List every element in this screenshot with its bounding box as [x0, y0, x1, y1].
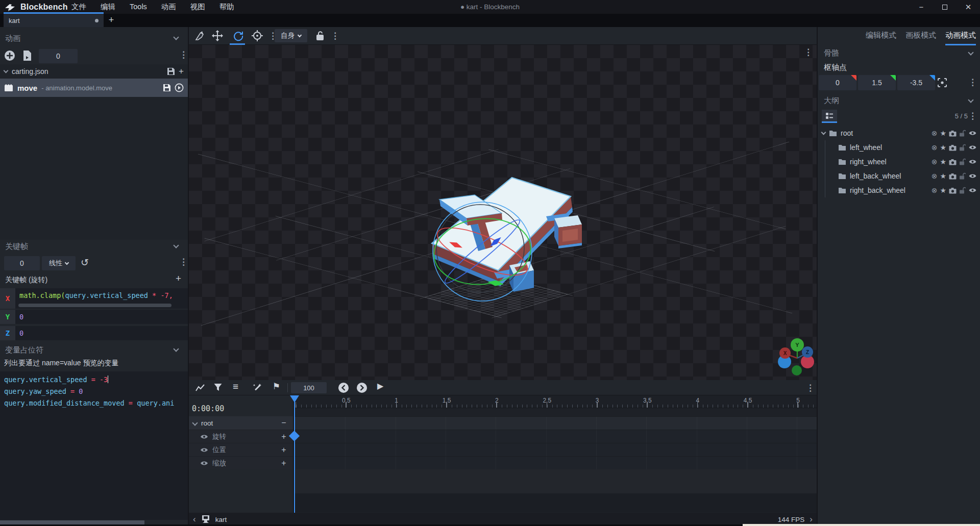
menu-动画[interactable]: 动画: [154, 0, 183, 14]
flag-markers-icon[interactable]: ⚑: [273, 381, 280, 392]
play-button[interactable]: ▶: [377, 381, 383, 391]
star-icon[interactable]: ★: [940, 172, 946, 180]
lane-position[interactable]: [295, 443, 817, 456]
animation-file-group[interactable]: carting.json +: [0, 64, 188, 79]
pivot-tool-button[interactable]: [251, 30, 263, 42]
outline-row-left_back_wheel[interactable]: left_back_wheel⊗★: [818, 169, 980, 183]
channel-toggle-button[interactable]: +: [280, 459, 288, 468]
minimize-button[interactable]: −: [910, 0, 933, 14]
collapse-outline-icon[interactable]: [968, 97, 973, 103]
timeline-lanes[interactable]: 0.511.522.533.544.55: [295, 395, 817, 513]
pivot-z-input[interactable]: -3.5: [897, 75, 935, 90]
menu-文件[interactable]: 文件: [64, 0, 93, 14]
filter-channels-icon[interactable]: [213, 383, 223, 392]
vertex-snap-tool-button[interactable]: [194, 30, 206, 42]
timeline-channel-旋转[interactable]: 旋转+: [189, 430, 293, 443]
transform-space-select[interactable]: 自身: [275, 29, 307, 42]
lane-rotation[interactable]: [295, 430, 817, 443]
keyframe-y-input[interactable]: 0: [15, 310, 188, 324]
play-animation-icon[interactable]: [175, 83, 184, 92]
playhead[interactable]: [294, 395, 295, 513]
pivot-x-input[interactable]: 0: [819, 75, 856, 90]
channel-visibility-icon[interactable]: [200, 434, 208, 440]
mode-tab-动画模式[interactable]: 动画模式: [945, 31, 976, 45]
keyframe-time-input[interactable]: 0: [4, 256, 40, 270]
lock-icon[interactable]: [959, 187, 966, 194]
menu-帮助[interactable]: 帮助: [212, 0, 241, 14]
outline-view-toggle[interactable]: [822, 110, 837, 123]
remove-icon[interactable]: ⊗: [932, 186, 938, 194]
star-icon[interactable]: ★: [940, 158, 946, 166]
tab-kart[interactable]: kart: [4, 14, 104, 27]
lock-motion-trail-button[interactable]: [315, 31, 325, 41]
eye-icon[interactable]: [968, 144, 977, 151]
eye-icon[interactable]: [968, 187, 977, 193]
playback-speed-input[interactable]: 100: [291, 382, 327, 393]
jump-to-end-button[interactable]: [356, 382, 368, 393]
playhead-handle[interactable]: [290, 395, 299, 403]
remove-icon[interactable]: ⊗: [932, 143, 938, 152]
timeline-menu-button[interactable]: ⋮: [806, 384, 815, 392]
pivot-y-input[interactable]: 1.5: [858, 75, 896, 90]
viewport-3d[interactable]: Y X Z ⋮: [189, 45, 817, 380]
maximize-button[interactable]: [933, 0, 957, 14]
camera-icon[interactable]: [949, 144, 957, 151]
camera-icon[interactable]: [949, 159, 957, 165]
placeholders-editor[interactable]: query.vertical_speed = -3 query.yaw_spee…: [0, 371, 188, 520]
camera-icon[interactable]: [949, 173, 957, 180]
outline-row-right_wheel[interactable]: right_wheel⊗★: [818, 155, 980, 169]
eye-icon[interactable]: [968, 173, 977, 179]
viewport-menu-button[interactable]: ⋮: [804, 48, 813, 57]
menu-Tools[interactable]: Tools: [122, 0, 154, 14]
add-animation-to-file-button[interactable]: +: [179, 66, 184, 77]
animations-menu-button[interactable]: ⋮: [179, 51, 188, 59]
lane-root[interactable]: [295, 416, 817, 430]
lane-scale[interactable]: [295, 456, 817, 469]
move-tool-button[interactable]: [211, 30, 224, 42]
mode-tab-编辑模式[interactable]: 编辑模式: [866, 31, 896, 44]
channel-toggle-button[interactable]: −: [280, 418, 288, 428]
timeline-channel-缩放[interactable]: 缩放+: [189, 456, 293, 469]
menu-视图[interactable]: 视图: [183, 0, 212, 14]
interpolation-select[interactable]: 线性: [42, 256, 76, 270]
outline-row-right_back_wheel[interactable]: right_back_wheel⊗★: [818, 183, 980, 197]
save-animation-icon[interactable]: [163, 84, 171, 92]
select-pivot-button[interactable]: [937, 78, 947, 88]
graph-editor-button[interactable]: [195, 383, 205, 393]
lock-icon[interactable]: [959, 130, 966, 137]
chevron-down-icon[interactable]: [821, 130, 826, 135]
add-keyframe-button[interactable]: +: [176, 273, 181, 284]
animation-item-move[interactable]: move - animation.model.move: [0, 79, 188, 97]
collapse-bones-icon[interactable]: [968, 49, 973, 55]
lock-icon[interactable]: [959, 144, 966, 151]
reset-keyframe-button[interactable]: ↺: [81, 257, 89, 268]
toolbar-menu-button-2[interactable]: ⋮: [331, 32, 339, 40]
bones-menu-button[interactable]: ⋮: [968, 78, 977, 87]
status-prev-icon[interactable]: ‹: [193, 515, 196, 523]
outline-menu-button[interactable]: ⋮: [968, 112, 977, 120]
keyframe-menu-button[interactable]: ⋮: [179, 258, 188, 266]
status-next-icon[interactable]: ›: [810, 515, 813, 523]
keyframe-z-input[interactable]: 0: [15, 326, 188, 340]
jump-to-start-button[interactable]: [338, 382, 349, 393]
mode-tab-画板模式[interactable]: 画板模式: [905, 31, 936, 44]
animation-presets-icon[interactable]: [252, 383, 262, 393]
close-button[interactable]: ✕: [957, 0, 980, 14]
star-icon[interactable]: ★: [940, 186, 946, 194]
channel-toggle-button[interactable]: +: [280, 432, 288, 441]
add-animation-button[interactable]: [4, 50, 15, 61]
lock-icon[interactable]: [959, 158, 966, 165]
collapse-placeholders-icon[interactable]: [173, 346, 179, 352]
camera-icon[interactable]: [949, 187, 957, 194]
timeline-channel-位置[interactable]: 位置+: [189, 443, 293, 456]
x-expression-scrollbar[interactable]: [18, 304, 172, 307]
outline-row-left_wheel[interactable]: left_wheel⊗★: [818, 140, 980, 155]
axis-ball-neg-y[interactable]: [792, 365, 802, 375]
collapse-animations-icon[interactable]: [173, 34, 179, 40]
orientation-gizmo[interactable]: Y X Z: [778, 338, 814, 375]
camera-icon[interactable]: [949, 130, 957, 137]
sort-channels-icon[interactable]: ≡: [233, 381, 238, 392]
timeline-channel-root[interactable]: root−: [189, 416, 293, 430]
keyframe-x-expression-input[interactable]: math.clamp(query.vertical_speed * -7,: [15, 288, 188, 309]
star-icon[interactable]: ★: [940, 129, 946, 137]
